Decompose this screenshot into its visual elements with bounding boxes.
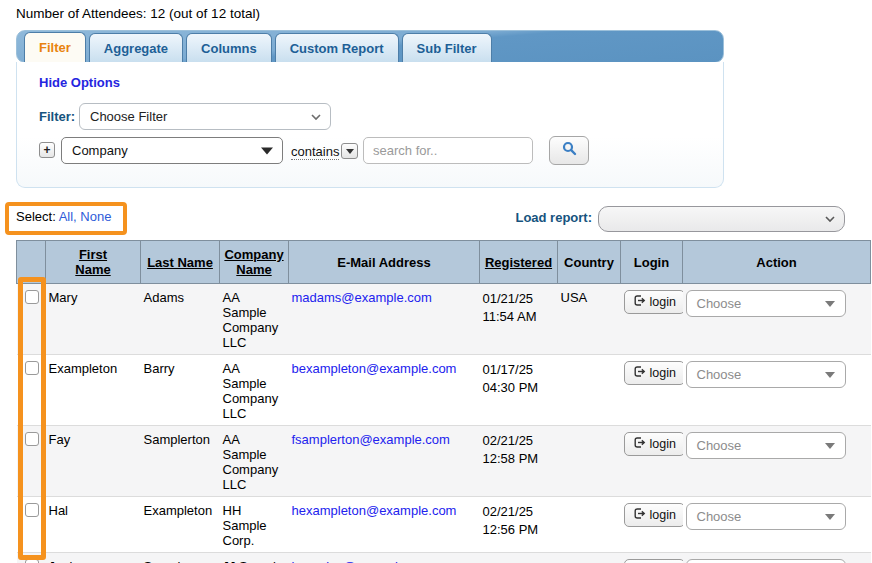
attendee-table: First Name Last Name Company Name E-Mail… bbox=[16, 240, 870, 563]
triangle-down-icon bbox=[825, 443, 835, 449]
action-select[interactable]: Choose bbox=[686, 290, 846, 317]
company-cell: HH Sample Corp. bbox=[220, 497, 289, 553]
header-country: Country bbox=[558, 241, 621, 284]
operator-dropdown-button[interactable] bbox=[341, 143, 358, 159]
first-name-cell: Mary bbox=[46, 284, 141, 355]
header-email: E-Mail Address bbox=[289, 241, 480, 284]
email-link[interactable]: madams@example.com bbox=[292, 290, 432, 305]
table-row: Fay Samplerton AA Sample Company LLC fsa… bbox=[17, 426, 871, 497]
row-checkbox[interactable] bbox=[25, 290, 39, 304]
header-company-name[interactable]: Company Name bbox=[220, 241, 289, 284]
tab-filter[interactable]: Filter bbox=[24, 32, 86, 62]
magnifier-icon bbox=[562, 141, 577, 160]
login-button[interactable]: login bbox=[624, 503, 683, 527]
filter-label: Filter: bbox=[39, 109, 75, 124]
registered-cell: 01/17/2504:30 PM bbox=[480, 355, 558, 426]
last-name-cell: Adams bbox=[141, 284, 220, 355]
page-title: Number of Attendees: 12 (out of 12 total… bbox=[16, 6, 260, 21]
table-row: Janice Samples JJ Sample Company jsample… bbox=[17, 553, 871, 563]
row-checkbox[interactable] bbox=[25, 361, 39, 375]
search-button[interactable] bbox=[549, 136, 589, 165]
row-checkbox[interactable] bbox=[25, 559, 39, 563]
filter-select[interactable]: Choose Filter bbox=[79, 103, 331, 130]
registered-cell: 01/21/2511:54 AM bbox=[480, 284, 558, 355]
table-row: Exampleton Barry AA Sample Company LLC b… bbox=[17, 355, 871, 426]
select-all-none-links[interactable]: All, None bbox=[59, 209, 112, 224]
tab-bar: Filter Aggregate Columns Custom Report S… bbox=[16, 30, 724, 63]
last-name-cell: Samplerton bbox=[141, 426, 220, 497]
triangle-down-icon bbox=[825, 301, 835, 307]
header-action: Action bbox=[683, 241, 871, 284]
field-select-value: Company bbox=[72, 143, 128, 158]
filter-panel: Hide Options Filter: Choose Filter + Com… bbox=[16, 62, 724, 188]
tab-sub-filter[interactable]: Sub Filter bbox=[402, 33, 492, 62]
table-header-row: First Name Last Name Company Name E-Mail… bbox=[17, 241, 871, 284]
registered-cell: 02/21/2512:58 PM bbox=[480, 426, 558, 497]
login-icon bbox=[633, 294, 646, 310]
chevron-down-icon bbox=[825, 216, 835, 223]
registered-cell: 02/21/2512:56 PM bbox=[480, 497, 558, 553]
action-select[interactable]: Choose bbox=[686, 361, 846, 388]
email-link[interactable]: hexampleton@example.com bbox=[292, 503, 457, 518]
company-cell: AA Sample Company LLC bbox=[220, 426, 289, 497]
tab-aggregate[interactable]: Aggregate bbox=[89, 33, 183, 62]
country-cell bbox=[558, 355, 621, 426]
first-name-cell: Janice bbox=[46, 553, 141, 563]
table-row: Mary Adams AA Sample Company LLC madams@… bbox=[17, 284, 871, 355]
header-first-name[interactable]: First Name bbox=[46, 241, 141, 284]
email-link[interactable]: bexampleton@example.com bbox=[292, 361, 457, 376]
row-checkbox[interactable] bbox=[25, 432, 39, 446]
tab-custom-report[interactable]: Custom Report bbox=[275, 33, 399, 62]
select-row: Select: All, None bbox=[16, 209, 111, 224]
row-checkbox[interactable] bbox=[25, 503, 39, 517]
login-button[interactable]: login bbox=[624, 559, 683, 563]
first-name-cell: Hal bbox=[46, 497, 141, 553]
header-checkbox bbox=[17, 241, 46, 284]
login-button[interactable]: login bbox=[624, 290, 683, 314]
last-name-cell: Exampleton bbox=[141, 497, 220, 553]
filter-select-value: Choose Filter bbox=[90, 109, 167, 124]
triangle-down-icon bbox=[261, 147, 273, 154]
field-select[interactable]: Company bbox=[61, 137, 283, 164]
triangle-down-icon bbox=[346, 149, 354, 154]
triangle-down-icon bbox=[825, 514, 835, 520]
last-name-cell: Samples bbox=[141, 553, 220, 563]
login-icon bbox=[633, 436, 646, 452]
search-input[interactable] bbox=[363, 137, 533, 164]
country-cell: USA bbox=[558, 284, 621, 355]
action-select[interactable]: Choose bbox=[686, 503, 846, 530]
header-registered[interactable]: Registered bbox=[480, 241, 558, 284]
login-button[interactable]: login bbox=[624, 361, 683, 385]
country-cell bbox=[558, 497, 621, 553]
hide-options-link[interactable]: Hide Options bbox=[39, 75, 120, 90]
header-last-name[interactable]: Last Name bbox=[141, 241, 220, 284]
login-icon bbox=[633, 365, 646, 381]
chevron-down-icon bbox=[311, 113, 321, 120]
load-report-select[interactable] bbox=[598, 206, 845, 232]
operator-label[interactable]: contains bbox=[291, 144, 339, 160]
country-cell bbox=[558, 426, 621, 497]
action-select[interactable]: Choose bbox=[686, 559, 846, 563]
login-icon bbox=[633, 507, 646, 523]
add-condition-button[interactable]: + bbox=[39, 142, 55, 158]
select-label: Select: bbox=[16, 209, 56, 224]
triangle-down-icon bbox=[825, 372, 835, 378]
load-report-label: Load report: bbox=[470, 210, 592, 225]
last-name-cell: Barry bbox=[141, 355, 220, 426]
country-cell bbox=[558, 553, 621, 563]
table-row: Hal Exampleton HH Sample Corp. hexamplet… bbox=[17, 497, 871, 553]
action-select[interactable]: Choose bbox=[686, 432, 846, 459]
login-button[interactable]: login bbox=[624, 432, 683, 456]
registered-cell: 03/11/2510:35 AM bbox=[480, 553, 558, 563]
email-link[interactable]: fsamplerton@example.com bbox=[292, 432, 450, 447]
company-cell: JJ Sample Company bbox=[220, 553, 289, 563]
first-name-cell: Fay bbox=[46, 426, 141, 497]
header-login: Login bbox=[621, 241, 683, 284]
company-cell: AA Sample Company LLC bbox=[220, 284, 289, 355]
company-cell: AA Sample Company LLC bbox=[220, 355, 289, 426]
tab-columns[interactable]: Columns bbox=[186, 33, 272, 62]
email-link[interactable]: jsamples@example.com bbox=[292, 559, 434, 563]
first-name-cell: Exampleton bbox=[46, 355, 141, 426]
